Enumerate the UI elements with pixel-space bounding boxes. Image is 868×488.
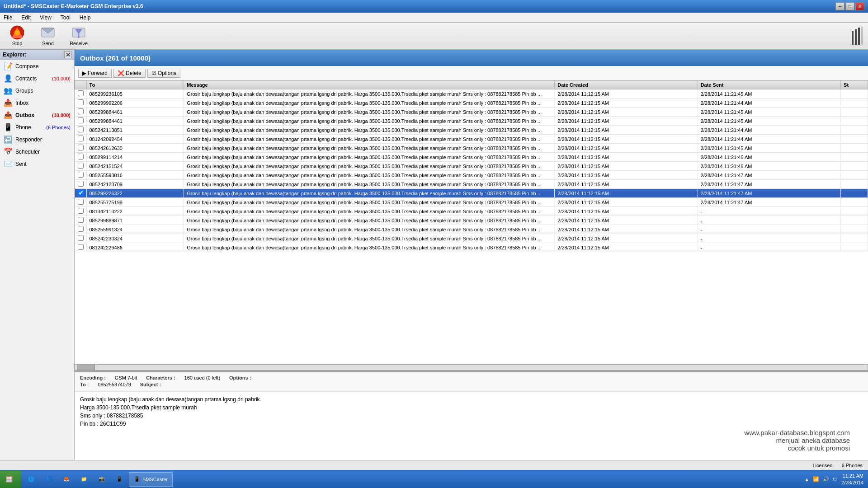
table-row[interactable]: 081242229486Grosir baju lengkap (baju an… [75,243,868,252]
table-row[interactable]: 085255991324Grosir baju lengkap (baju an… [75,225,868,234]
sidebar-item-inbox[interactable]: 📥 Inbox [0,97,74,109]
row-checkbox[interactable] [75,216,87,225]
sidebar-item-scheduler[interactable]: 📅 Scheduler [0,145,74,158]
main-layout: Explorer: ✕ 📝 Compose 👤 Contacts (10,000… [0,50,868,470]
network-icon: 📶 [813,476,819,482]
table-row[interactable]: 085242230324Grosir baju lengkap (baju an… [75,234,868,243]
row-date-created: 2/28/2014 11:12:15 AM [555,99,698,108]
menu-view[interactable]: View [38,14,53,22]
sidebar-item-compose[interactable]: 📝 Compose [0,60,74,72]
table-row[interactable]: 085255593016Grosir baju lengkap (baju an… [75,171,868,180]
table-row[interactable]: 085242123709Grosir baju lengkap (baju an… [75,180,868,189]
table-row[interactable]: 085299226322Grosir baju lengkap (baju an… [75,189,868,198]
table-row[interactable]: 085242612630Grosir baju lengkap (baju an… [75,144,868,153]
stop-button[interactable]: Stop [4,23,31,48]
row-to: 085299884461 [86,108,184,117]
table-row[interactable]: 085299889871Grosir baju lengkap (baju an… [75,216,868,225]
sidebar-item-contacts[interactable]: 👤 Contacts (10,000) [0,72,74,84]
row-checkbox[interactable] [75,234,87,243]
tray-arrow-icon[interactable]: ▲ [804,477,809,482]
row-status [841,243,868,252]
forward-button[interactable]: ▶ Forward [78,69,112,78]
row-date-sent: 2/28/2014 11:21:46 AM [698,153,840,162]
table-row[interactable]: 085299236105Grosir baju lengkap (baju an… [75,89,868,99]
row-checkbox[interactable] [75,162,87,171]
menu-bar: File Edit View Tool Help [0,13,868,23]
row-checkbox[interactable] [75,243,87,252]
row-status [841,207,868,216]
delete-button[interactable]: ❌ Delete [113,69,146,78]
taskbar-app-firefox[interactable]: 🦊 [59,472,74,487]
row-message: Grosir baju lengkap (baju anak dan dewas… [184,126,555,135]
receive-icon [71,25,86,40]
message-table-container[interactable]: To Message Date Created Date Sent St 085… [75,80,868,364]
compose-icon: 📝 [4,62,13,70]
sent-label: Sent [15,161,71,167]
row-checkbox[interactable] [75,171,87,180]
minimize-button[interactable]: ─ [835,2,844,10]
row-status [841,126,868,135]
table-row[interactable]: 085242113851Grosir baju lengkap (baju an… [75,126,868,135]
row-checkbox[interactable] [75,89,87,99]
svg-rect-9 [855,29,857,45]
horizontal-scrollbar[interactable] [75,364,868,371]
options-info-label: Options : [229,375,251,380]
taskbar-active-app[interactable]: 📱 SMSCaster [129,472,173,487]
contacts-icon: 👤 [4,74,13,83]
table-row[interactable]: 085299992206Grosir baju lengkap (baju an… [75,99,868,108]
taskbar-app-explorer[interactable]: 📁 [77,472,91,487]
sidebar-item-sent[interactable]: ✉️ Sent [0,158,74,170]
row-status [841,225,868,234]
menu-edit[interactable]: Edit [19,14,33,22]
row-date-created: 2/28/2014 11:12:15 AM [555,162,698,171]
row-message: Grosir baju lengkap (baju anak dan dewas… [184,89,555,99]
row-checkbox[interactable] [75,153,87,162]
row-checkbox[interactable] [75,225,87,234]
row-message: Grosir baju lengkap (baju anak dan dewas… [184,198,555,207]
message-line-2: Harga 3500-135.000.Trsedia pket sample m… [80,404,863,412]
table-row[interactable]: 081242092454Grosir baju lengkap (baju an… [75,135,868,144]
sidebar-item-groups[interactable]: 👥 Groups [0,84,74,97]
table-row[interactable]: 085299884461Grosir baju lengkap (baju an… [75,108,868,117]
options-button[interactable]: ☑ Options [147,69,180,78]
taskbar-app-chrome[interactable]: 🔵 [42,472,56,487]
table-row[interactable]: 085299884461Grosir baju lengkap (baju an… [75,117,868,126]
volume-icon: 🔊 [823,476,829,482]
taskbar-app-snagit[interactable]: 📸 [94,472,109,487]
row-checkbox[interactable] [75,180,87,189]
row-checkbox[interactable] [75,198,87,207]
table-row[interactable]: 085242151524Grosir baju lengkap (baju an… [75,162,868,171]
row-status [841,89,868,99]
table-row[interactable]: 085255775199Grosir baju lengkap (baju an… [75,198,868,207]
start-button[interactable]: 🪟 [0,470,21,488]
row-to: 085242113851 [86,126,184,135]
menu-help[interactable]: Help [78,14,93,22]
row-checkbox[interactable] [75,144,87,153]
explorer-close-button[interactable]: ✕ [64,51,71,58]
row-checkbox[interactable] [75,99,87,108]
forward-label: Forward [88,70,108,76]
maximize-button[interactable]: □ [845,2,854,10]
sidebar-item-phone[interactable]: 📱 Phone (6 Phones) [0,121,74,133]
table-row[interactable]: 081342113222Grosir baju lengkap (baju an… [75,207,868,216]
row-checkbox[interactable] [75,108,87,117]
scheduler-icon: 📅 [4,147,13,156]
send-button[interactable]: Send [34,23,61,48]
menu-tool[interactable]: Tool [59,14,72,22]
sidebar-item-responder[interactable]: ↩️ Responder [0,133,74,145]
taskbar-app-ie[interactable]: 🌐 [24,472,38,487]
row-checkbox[interactable] [75,207,87,216]
row-checkbox[interactable] [75,126,87,135]
row-status [841,162,868,171]
row-checkbox[interactable] [75,189,87,198]
close-button[interactable]: ✕ [855,2,864,10]
row-checkbox[interactable] [75,117,87,126]
table-row[interactable]: 085299114214Grosir baju lengkap (baju an… [75,153,868,162]
row-checkbox[interactable] [75,135,87,144]
sidebar-item-outbox[interactable]: 📤 Outbox (10,000) [0,109,74,121]
row-date-sent: 2/28/2014 11:21:46 AM [698,162,840,171]
taskbar-app-sms[interactable]: 📱 [112,472,127,487]
menu-file[interactable]: File [2,14,14,22]
action-bar: ▶ Forward ❌ Delete ☑ Options [75,66,868,80]
receive-button[interactable]: Receive [65,23,92,48]
